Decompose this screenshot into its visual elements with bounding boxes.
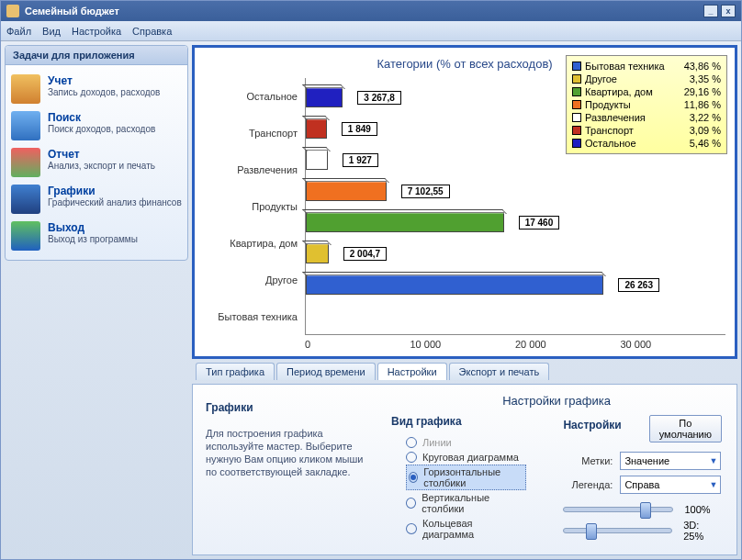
tab-content: Графики Для построения графика используй… bbox=[192, 384, 737, 555]
chart-type-label: Вид графика bbox=[391, 415, 526, 428]
task-icon bbox=[11, 221, 40, 251]
help-text: Для построения графика используйте масте… bbox=[206, 427, 364, 478]
chart-type-radio-1[interactable]: Круговая диаграмма bbox=[406, 450, 526, 465]
sidebar-task-3[interactable]: Графики Графический анализ финансов bbox=[9, 181, 184, 218]
chart-type-radio-4[interactable]: Кольцевая диаграмма bbox=[406, 516, 526, 542]
help-column: Графики Для построения графика используй… bbox=[193, 385, 377, 554]
menu-help[interactable]: Справка bbox=[132, 26, 172, 37]
task-title: Графики bbox=[48, 185, 182, 197]
app-icon bbox=[6, 5, 19, 17]
chart-type-section: Вид графика ЛинииКруговая диаграммаГориз… bbox=[391, 415, 526, 542]
menu-view[interactable]: Вид bbox=[42, 26, 61, 37]
tab-strip: Тип графикаПериод времениНастройкиЭкспор… bbox=[192, 363, 737, 380]
help-title: Графики bbox=[206, 401, 364, 414]
menu-settings[interactable]: Настройка bbox=[72, 26, 121, 37]
bar-4 bbox=[306, 212, 504, 232]
labels-combo[interactable]: Значение bbox=[620, 452, 721, 470]
bar-2 bbox=[306, 150, 328, 170]
window-title: Семейный бюджет bbox=[25, 6, 119, 17]
minimize-button[interactable]: _ bbox=[703, 5, 718, 17]
sidebar-task-0[interactable]: Учет Запись доходов, расходов bbox=[9, 71, 184, 107]
bar-label-0: 3 267,8 bbox=[357, 91, 400, 105]
bar-label-1: 1 849 bbox=[342, 122, 377, 136]
tab-0[interactable]: Тип графика bbox=[196, 363, 275, 380]
task-icon bbox=[11, 74, 40, 104]
labels-label: Метки: bbox=[563, 455, 613, 466]
3d-value: 3D: 25% bbox=[683, 520, 722, 542]
bar-6 bbox=[306, 274, 603, 295]
bar-label-5: 2 004,7 bbox=[343, 247, 387, 261]
main-area: Категории (% от всех расходов) Остальное… bbox=[192, 45, 737, 555]
task-desc: Анализ, экспорт и печать bbox=[48, 161, 155, 172]
task-desc: Поиск доходов, расходов bbox=[48, 124, 155, 135]
chart-frame: Категории (% от всех расходов) Остальное… bbox=[192, 45, 737, 359]
bar-3 bbox=[306, 181, 387, 201]
zoom-value: 100% bbox=[684, 504, 710, 515]
chart-type-radio-2[interactable]: Горизонтальные столбики bbox=[406, 465, 526, 490]
settings-column: Настройки графика Вид графика ЛинииКруго… bbox=[377, 385, 736, 554]
app-window: Семейный бюджет _ x Файл Вид Настройка С… bbox=[0, 0, 742, 560]
task-icon bbox=[11, 148, 40, 177]
task-title: Отчет bbox=[48, 148, 155, 161]
radio-icon bbox=[406, 437, 417, 448]
legend-combo[interactable]: Справа bbox=[620, 476, 721, 494]
tasks-header: Задачи для приложения bbox=[6, 46, 187, 65]
task-title: Поиск bbox=[48, 111, 155, 124]
tab-2[interactable]: Настройки bbox=[377, 363, 447, 380]
bar-label-4: 17 460 bbox=[519, 216, 560, 230]
controls-section: Настройки По умолчанию Метки: Значение Л… bbox=[563, 415, 722, 542]
titlebar: Семейный бюджет _ x bbox=[1, 1, 741, 21]
x-axis: 010 00020 00030 000 bbox=[305, 335, 725, 350]
task-desc: Графический анализ финансов bbox=[48, 197, 182, 208]
sidebar: Задачи для приложения Учет Запись доходо… bbox=[5, 45, 188, 555]
menubar: Файл Вид Настройка Справка bbox=[1, 21, 741, 41]
chart-type-radio-3[interactable]: Вертикальные столбики bbox=[406, 490, 526, 516]
bar-1 bbox=[306, 118, 327, 139]
bar-5 bbox=[306, 243, 329, 263]
chart-legend: Бытовая техника43,86 %Другое3,35 %Кварти… bbox=[566, 55, 727, 154]
bar-label-3: 7 102,55 bbox=[401, 185, 450, 198]
zoom-slider[interactable] bbox=[563, 507, 673, 512]
task-title: Выход bbox=[48, 221, 138, 234]
sidebar-task-2[interactable]: Отчет Анализ, экспорт и печать bbox=[9, 144, 184, 181]
bar-0 bbox=[306, 87, 343, 107]
controls-label: Настройки bbox=[563, 419, 621, 431]
tasks-panel: Задачи для приложения Учет Запись доходо… bbox=[5, 45, 188, 261]
chart-type-radio-0: Линии bbox=[406, 435, 526, 450]
3d-slider[interactable] bbox=[563, 528, 672, 533]
sidebar-task-4[interactable]: Выход Выход из программы bbox=[9, 218, 184, 254]
bar-label-6: 26 263 bbox=[618, 278, 659, 292]
sidebar-task-1[interactable]: Поиск Поиск доходов, расходов bbox=[9, 107, 184, 144]
radio-icon bbox=[406, 452, 417, 463]
radio-icon bbox=[409, 472, 418, 483]
y-axis-labels: ОстальноеТранспортРазвлеченияПродуктыКва… bbox=[204, 78, 305, 335]
default-button[interactable]: По умолчанию bbox=[649, 415, 722, 442]
close-button[interactable]: x bbox=[721, 5, 736, 17]
tab-3[interactable]: Экспорт и печать bbox=[449, 363, 550, 380]
radio-icon bbox=[406, 498, 416, 509]
radio-icon bbox=[406, 523, 417, 534]
bar-label-2: 1 927 bbox=[343, 153, 378, 167]
legend-label: Легенда: bbox=[563, 479, 613, 490]
task-title: Учет bbox=[48, 74, 160, 87]
task-desc: Выход из программы bbox=[48, 234, 138, 245]
task-icon bbox=[11, 111, 40, 140]
menu-file[interactable]: Файл bbox=[6, 26, 31, 37]
settings-title: Настройки графика bbox=[391, 394, 722, 408]
tab-1[interactable]: Период времени bbox=[276, 363, 376, 380]
task-icon bbox=[11, 185, 40, 214]
task-desc: Запись доходов, расходов bbox=[48, 87, 160, 98]
